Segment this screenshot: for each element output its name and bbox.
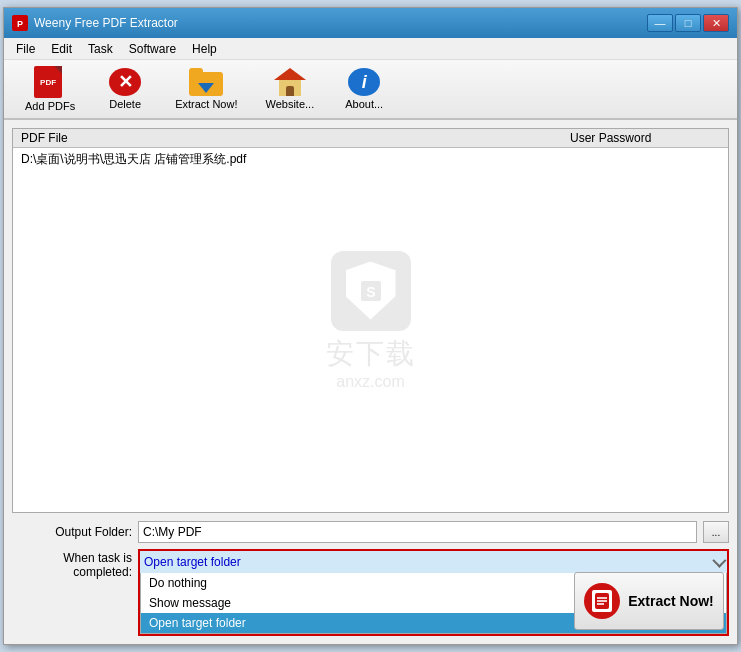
extract-now-label: Extract Now!	[628, 593, 714, 609]
about-button[interactable]: i About...	[329, 63, 399, 115]
extract-now-icon	[584, 583, 620, 619]
menu-file[interactable]: File	[8, 40, 43, 58]
title-bar: P Weeny Free PDF Extractor — □ ✕	[4, 8, 737, 38]
main-window: P Weeny Free PDF Extractor — □ ✕ File Ed…	[3, 7, 738, 645]
watermark: S 安下载 anxz.com	[326, 251, 416, 391]
watermark-cn: 安下载	[326, 335, 416, 373]
menu-help[interactable]: Help	[184, 40, 225, 58]
window-title: Weeny Free PDF Extractor	[34, 16, 647, 30]
file-list: PDF File User Password D:\桌面\说明书\思迅天店 店铺…	[12, 128, 729, 513]
minimize-button[interactable]: —	[647, 14, 673, 32]
svg-rect-6	[597, 600, 607, 602]
menu-task[interactable]: Task	[80, 40, 121, 58]
file-list-header: PDF File User Password	[13, 129, 728, 148]
website-button[interactable]: Website...	[253, 63, 328, 115]
add-pdfs-button[interactable]: PDF Add PDFs	[12, 63, 88, 115]
file-path-cell: D:\桌面\说明书\思迅天店 店铺管理系统.pdf	[21, 151, 570, 168]
bottom-controls: Output Folder: ... When task is complete…	[12, 513, 729, 636]
toolbar-extract-label: Extract Now!	[175, 98, 237, 110]
col-pass-header: User Password	[570, 131, 720, 145]
maximize-button[interactable]: □	[675, 14, 701, 32]
svg-rect-2	[361, 281, 381, 301]
close-button[interactable]: ✕	[703, 14, 729, 32]
toolbar-extract-button[interactable]: Extract Now!	[162, 63, 250, 115]
svg-rect-7	[597, 603, 604, 605]
extract-folder-icon	[189, 68, 223, 96]
extract-now-button[interactable]: Extract Now!	[574, 572, 724, 630]
add-pdfs-icon: PDF	[34, 66, 66, 98]
output-folder-label: Output Folder:	[12, 525, 132, 539]
extract-button-area: Extract Now!	[569, 566, 729, 636]
file-pass-cell	[570, 151, 720, 168]
svg-text:S: S	[366, 284, 375, 300]
task-selected-value: Open target folder	[144, 555, 241, 569]
table-row[interactable]: D:\桌面\说明书\思迅天店 店铺管理系统.pdf	[13, 148, 728, 171]
delete-label: Delete	[109, 98, 141, 110]
menu-edit[interactable]: Edit	[43, 40, 80, 58]
main-content: PDF File User Password D:\桌面\说明书\思迅天店 店铺…	[4, 120, 737, 644]
app-icon: P	[12, 15, 28, 31]
delete-button[interactable]: ✕ Delete	[90, 63, 160, 115]
task-completed-label: When task is completed:	[12, 549, 132, 579]
menu-software[interactable]: Software	[121, 40, 184, 58]
svg-text:P: P	[17, 19, 23, 29]
add-pdfs-label: Add PDFs	[25, 100, 75, 112]
website-label: Website...	[266, 98, 315, 110]
extract-icon-inner	[592, 590, 612, 612]
watermark-icon: S	[331, 251, 411, 331]
output-folder-row: Output Folder: ...	[12, 521, 729, 543]
svg-rect-5	[597, 597, 607, 599]
browse-button[interactable]: ...	[703, 521, 729, 543]
window-controls: — □ ✕	[647, 14, 729, 32]
about-label: About...	[345, 98, 383, 110]
output-folder-input[interactable]	[138, 521, 697, 543]
watermark-en: anxz.com	[336, 373, 404, 391]
toolbar: PDF Add PDFs ✕ Delete Extract Now!	[4, 60, 737, 120]
website-icon	[274, 68, 306, 96]
col-file-header: PDF File	[21, 131, 570, 145]
delete-icon: ✕	[109, 68, 141, 96]
menu-bar: File Edit Task Software Help	[4, 38, 737, 60]
about-icon: i	[348, 68, 380, 96]
